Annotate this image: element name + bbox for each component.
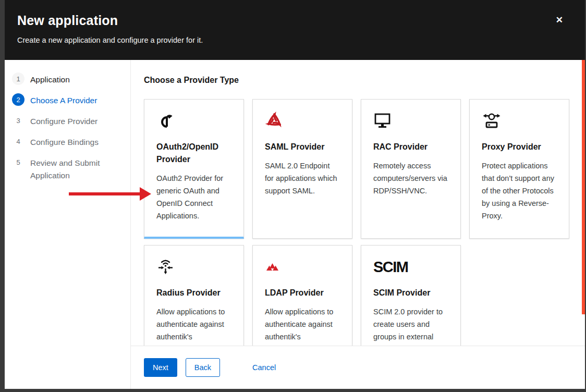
red-scrollbar-strip[interactable] bbox=[582, 60, 585, 314]
step-number: 5 bbox=[12, 156, 25, 168]
proxy-icon bbox=[482, 111, 557, 131]
dialog-body: 1 Application 2 Choose A Provider 3 Conf… bbox=[5, 60, 585, 389]
step-number: 4 bbox=[12, 135, 25, 148]
ldap-mountains-icon bbox=[265, 257, 340, 277]
provider-card-oauth2-openid[interactable]: OAuth2/OpenID Provider OAuth2 Provider f… bbox=[144, 99, 244, 239]
wizard-footer: Next Back Cancel bbox=[131, 346, 585, 389]
step-label: Configure Provider bbox=[30, 115, 97, 128]
dialog-header: New application Create a new application… bbox=[5, 0, 585, 60]
wizard-step-configure-provider[interactable]: 3 Configure Provider bbox=[12, 115, 122, 128]
card-description: Remotely access computers/servers via RD… bbox=[373, 160, 448, 198]
step-label: Choose A Provider bbox=[30, 94, 97, 107]
provider-card-proxy[interactable]: Proxy Provider Protect applications that… bbox=[469, 99, 569, 239]
radius-icon bbox=[156, 257, 231, 277]
card-title: LDAP Provider bbox=[265, 287, 340, 299]
card-description: Allow applications to authenticate again… bbox=[156, 306, 231, 344]
step-number: 3 bbox=[12, 114, 25, 127]
provider-card-saml[interactable]: SAML Provider SAML 2.0 Endpoint for appl… bbox=[252, 99, 352, 239]
openid-icon bbox=[156, 111, 231, 131]
step-label: Configure Bindings bbox=[30, 136, 99, 149]
provider-card-rac[interactable]: RAC Provider Remotely access computers/s… bbox=[361, 99, 461, 239]
card-description: SAML 2.0 Endpoint for applications which… bbox=[265, 160, 340, 198]
wizard-step-configure-bindings[interactable]: 4 Configure Bindings bbox=[12, 136, 122, 149]
step-label: Review and Submit Application bbox=[30, 157, 122, 182]
card-description: OAuth2 Provider for generic OAuth and Op… bbox=[156, 173, 231, 223]
card-title: SAML Provider bbox=[265, 141, 340, 153]
provider-card-radius[interactable]: Radius Provider Allow applications to au… bbox=[144, 245, 244, 346]
card-title: SCIM Provider bbox=[373, 287, 448, 299]
card-title: RAC Provider bbox=[373, 141, 448, 153]
card-title: Radius Provider bbox=[156, 287, 231, 299]
step-number: 2 bbox=[12, 93, 25, 106]
next-button[interactable]: Next bbox=[144, 358, 177, 377]
provider-cards-grid: OAuth2/OpenID Provider OAuth2 Provider f… bbox=[144, 99, 572, 346]
provider-type-panel: Choose a Provider Type OAuth2/OpenID Pro… bbox=[131, 60, 585, 346]
saml-icon bbox=[265, 111, 340, 131]
card-description: Allow applications to authenticate again… bbox=[265, 306, 340, 344]
new-application-dialog: New application Create a new application… bbox=[5, 0, 585, 389]
dialog-title: New application bbox=[17, 13, 572, 28]
wizard-main-column: Choose a Provider Type OAuth2/OpenID Pro… bbox=[131, 60, 585, 389]
card-title: Proxy Provider bbox=[482, 141, 557, 153]
rac-monitor-icon bbox=[373, 111, 448, 131]
close-icon[interactable]: ✕ bbox=[554, 14, 565, 27]
scim-logo-icon: SCIM bbox=[373, 257, 448, 277]
back-button[interactable]: Back bbox=[186, 358, 220, 377]
step-number: 1 bbox=[12, 72, 25, 85]
scim-logo-text: SCIM bbox=[373, 259, 408, 276]
card-description: Protect applications that don't support … bbox=[482, 160, 557, 223]
wizard-step-application[interactable]: 1 Application bbox=[12, 74, 122, 86]
cancel-link[interactable]: Cancel bbox=[252, 363, 276, 372]
card-title: OAuth2/OpenID Provider bbox=[156, 141, 231, 166]
wizard-step-review-submit[interactable]: 5 Review and Submit Application bbox=[12, 157, 122, 182]
wizard-steps-nav: 1 Application 2 Choose A Provider 3 Conf… bbox=[5, 60, 131, 389]
provider-card-ldap[interactable]: LDAP Provider Allow applications to auth… bbox=[252, 245, 352, 346]
step-label: Application bbox=[30, 74, 70, 86]
provider-card-scim[interactable]: SCIM SCIM Provider SCIM 2.0 provider to … bbox=[361, 245, 461, 346]
panel-heading: Choose a Provider Type bbox=[144, 76, 572, 85]
wizard-step-choose-provider[interactable]: 2 Choose A Provider bbox=[12, 94, 122, 107]
dialog-subtitle: Create a new application and configure a… bbox=[17, 36, 572, 44]
card-description: SCIM 2.0 provider to create users and gr… bbox=[373, 306, 448, 344]
